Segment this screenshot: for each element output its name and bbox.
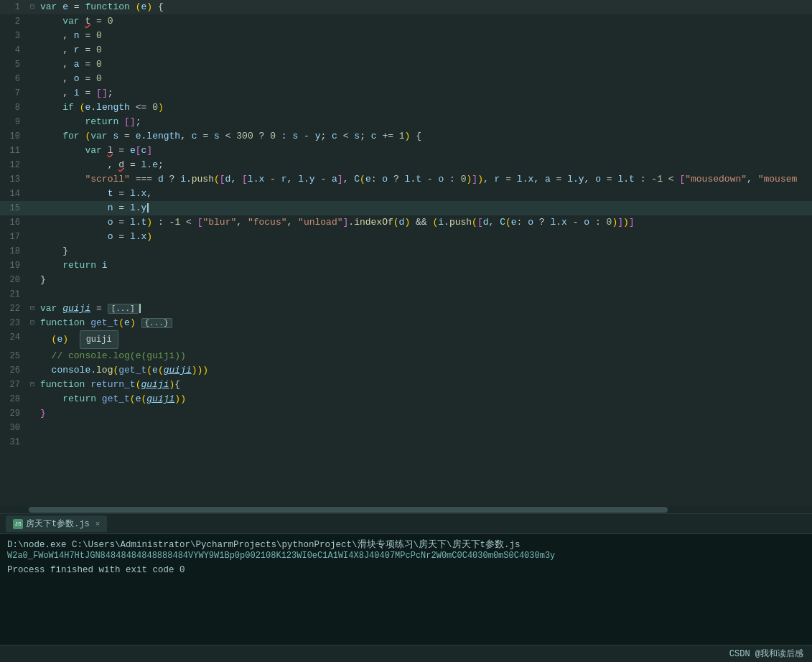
terminal-path: D:\node.exe C:\Users\Administrator\Pycha…	[7, 539, 805, 551]
table-row: 3 , n = 0	[0, 29, 812, 43]
terminal-panel: D:\node.exe C:\Users\Administrator\Pycha…	[0, 533, 812, 645]
fold-icon-1[interactable]: ⊟	[27, 0, 37, 14]
table-row: 28 return get_t(e(guiji))	[0, 392, 812, 406]
tab-file-icon: JS	[13, 519, 23, 529]
table-row: 11 var l = e[c]	[0, 144, 812, 158]
table-row: 7 , i = [];	[0, 86, 812, 101]
tooltip: guiji	[80, 330, 118, 349]
tab-bar: JS 房天下t参数.js ×	[0, 513, 812, 533]
status-bar: CSDN @我和读后感	[0, 645, 812, 662]
table-row: 23 ⊟ function get_t(e) {...}	[0, 316, 812, 330]
table-row: 1 ⊟ var e = function (e) {	[0, 0, 812, 14]
table-row: 18 }	[0, 244, 812, 258]
tab-label: 房天下t参数.js	[26, 518, 90, 530]
table-row: 30	[0, 421, 812, 435]
table-row: 24 (e) guiji	[0, 330, 812, 349]
table-row: 10 for (var s = e.length, c = s < 300 ? …	[0, 129, 812, 144]
terminal-content: D:\node.exe C:\Users\Administrator\Pycha…	[0, 534, 812, 645]
table-row: 5 , a = 0	[0, 57, 812, 72]
tab-item[interactable]: JS 房天下t参数.js ×	[6, 516, 107, 532]
table-row: 9 return [];	[0, 115, 812, 129]
table-row: 13 "scroll" === d ? i.push([d, [l.x - r,…	[0, 172, 812, 187]
table-row: 2 var t = 0	[0, 14, 812, 29]
fold-icon-23[interactable]: ⊟	[27, 316, 37, 330]
fold-icon-27[interactable]: ⊟	[27, 378, 37, 392]
fold-icon-22[interactable]: ⊟	[27, 302, 37, 316]
scrollbar-thumb[interactable]	[29, 507, 668, 513]
table-row: 26 console.log(get_t(e(guiji)))	[0, 363, 812, 378]
table-row: 29 }	[0, 406, 812, 421]
table-row: 21	[0, 287, 812, 302]
table-row: 22 ⊟ var guiji = [...]	[0, 302, 812, 316]
code-container: 1 ⊟ var e = function (e) { 2 var t = 0 3…	[0, 0, 812, 513]
tab-close-button[interactable]: ×	[95, 520, 101, 528]
code-scroll[interactable]: 1 ⊟ var e = function (e) { 2 var t = 0 3…	[0, 0, 812, 506]
table-row: 31	[0, 435, 812, 449]
table-row: 16 o = l.t) : -1 < ["blur", "focus", "un…	[0, 215, 812, 230]
terminal-output: W2a0_FWoW14H7HtJGN84848484848888484VYWY9…	[7, 551, 805, 561]
status-right: CSDN @我和读后感	[729, 648, 803, 660]
table-row: 14 t = l.x,	[0, 187, 812, 201]
table-row: 17 o = l.x)	[0, 230, 812, 244]
table-row: 27 ⊟ function return_t(guiji){	[0, 378, 812, 392]
table-row: 19 return i	[0, 258, 812, 273]
horizontal-scrollbar[interactable]	[0, 506, 812, 513]
terminal-success: Process finished with exit code 0	[7, 565, 805, 575]
table-row: 25 // console.log(e(guiji))	[0, 349, 812, 363]
table-row: 15 n = l.y	[0, 201, 812, 215]
table-row: 12 , d = l.e;	[0, 158, 812, 172]
table-row: 20 }	[0, 273, 812, 287]
table-row: 6 , o = 0	[0, 72, 812, 86]
table-row: 8 if (e.length <= 0)	[0, 101, 812, 115]
table-row: 4 , r = 0	[0, 43, 812, 57]
editor-area: 1 ⊟ var e = function (e) { 2 var t = 0 3…	[0, 0, 812, 662]
